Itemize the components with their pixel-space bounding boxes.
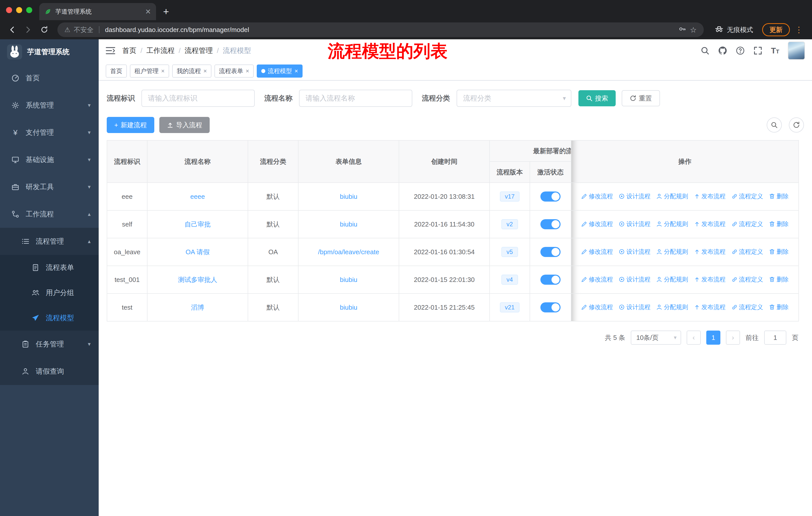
op-edit-process[interactable]: 修改流程: [581, 275, 613, 283]
sidebar-item-workflow[interactable]: 工作流程 ▴: [0, 200, 99, 228]
url-bar[interactable]: ⚠ 不安全 dashboard.yudao.iocoder.cn/bpm/man…: [57, 22, 704, 37]
op-assign-rule[interactable]: 分配规则: [656, 248, 688, 256]
breadcrumb-process-manage[interactable]: 流程管理: [185, 46, 213, 55]
op-process-definition[interactable]: 流程定义: [731, 220, 763, 228]
minimize-window-button[interactable]: [16, 7, 22, 13]
fullscreen-icon[interactable]: [753, 46, 762, 55]
sidebar-item-task-manage[interactable]: 任务管理 ▾: [0, 331, 99, 358]
security-label[interactable]: 不安全: [74, 25, 93, 34]
op-edit-process[interactable]: 修改流程: [581, 220, 613, 228]
op-publish-process[interactable]: 发布流程: [694, 275, 726, 283]
op-delete[interactable]: 删除: [769, 275, 789, 283]
sidebar-item-process-model[interactable]: 流程模型: [0, 305, 99, 331]
forward-button[interactable]: [21, 23, 35, 37]
op-publish-process[interactable]: 发布流程: [694, 192, 726, 200]
close-icon[interactable]: ×: [161, 67, 165, 75]
op-design-process[interactable]: 设计流程: [619, 275, 650, 283]
create-process-button[interactable]: + 新建流程: [107, 117, 154, 133]
cell-form-info-link[interactable]: biubiu: [298, 294, 399, 321]
tag-tenant-manage[interactable]: 租户管理 ×: [130, 64, 169, 78]
op-edit-process[interactable]: 修改流程: [581, 248, 613, 256]
cell-form-info-link[interactable]: /bpm/oa/leave/create: [298, 238, 399, 266]
process-name-input[interactable]: [299, 90, 412, 107]
page-size-select[interactable]: 10条/页 ▾: [631, 331, 681, 345]
tag-process-form[interactable]: 流程表单 ×: [214, 64, 254, 78]
sidebar-item-payment[interactable]: ¥ 支付管理 ▾: [0, 119, 99, 146]
sidebar-item-process-form[interactable]: 流程表单: [0, 255, 99, 280]
op-delete[interactable]: 删除: [769, 220, 789, 228]
active-toggle[interactable]: [541, 219, 560, 229]
cell-process-name-link[interactable]: eeee: [147, 183, 248, 210]
next-page-button[interactable]: ›: [726, 331, 740, 345]
op-process-definition[interactable]: 流程定义: [731, 192, 763, 200]
op-delete[interactable]: 删除: [769, 248, 789, 256]
github-icon[interactable]: [718, 46, 727, 55]
op-design-process[interactable]: 设计流程: [619, 303, 650, 311]
avatar[interactable]: [788, 42, 805, 60]
close-icon[interactable]: ×: [246, 67, 249, 75]
cell-process-name-link[interactable]: 自己审批: [147, 210, 248, 238]
active-toggle[interactable]: [541, 302, 560, 313]
op-process-definition[interactable]: 流程定义: [731, 275, 763, 283]
sidebar-item-dev-tools[interactable]: 研发工具 ▾: [0, 173, 99, 200]
op-design-process[interactable]: 设计流程: [619, 192, 650, 200]
search-icon[interactable]: [700, 46, 709, 55]
cell-form-info-link[interactable]: biubiu: [298, 266, 399, 294]
sidebar-item-infrastructure[interactable]: 基础设施 ▾: [0, 146, 99, 173]
goto-page-input[interactable]: [764, 331, 786, 345]
cell-process-name-link[interactable]: 滔博: [147, 294, 248, 321]
op-assign-rule[interactable]: 分配规则: [656, 192, 688, 200]
close-icon[interactable]: ×: [294, 67, 298, 75]
reload-button[interactable]: [37, 23, 51, 37]
sidebar-item-process-manage[interactable]: 流程管理 ▴: [0, 228, 99, 255]
new-tab-button[interactable]: +: [156, 3, 176, 20]
sidebar-item-leave-query[interactable]: 请假查询: [0, 358, 99, 385]
browser-menu-icon[interactable]: ⋮: [794, 25, 807, 34]
update-button[interactable]: 更新: [762, 23, 790, 36]
tag-my-process[interactable]: 我的流程 ×: [172, 64, 211, 78]
close-window-button[interactable]: [6, 7, 12, 13]
refresh-table-button[interactable]: [789, 117, 804, 133]
app-logo[interactable]: 芋道管理系统: [0, 39, 99, 64]
search-button[interactable]: 搜索: [578, 90, 616, 106]
op-publish-process[interactable]: 发布流程: [694, 220, 726, 228]
sidebar-item-home[interactable]: 首页: [0, 64, 99, 92]
question-icon[interactable]: [736, 46, 745, 55]
op-edit-process[interactable]: 修改流程: [581, 192, 613, 200]
import-process-button[interactable]: 导入流程: [159, 117, 210, 133]
toggle-search-button[interactable]: [767, 117, 782, 133]
op-design-process[interactable]: 设计流程: [619, 248, 650, 256]
op-assign-rule[interactable]: 分配规则: [656, 275, 688, 283]
active-toggle[interactable]: [541, 275, 560, 285]
op-assign-rule[interactable]: 分配规则: [656, 303, 688, 311]
process-id-input[interactable]: [141, 90, 255, 107]
prev-page-button[interactable]: ‹: [687, 331, 701, 345]
op-design-process[interactable]: 设计流程: [619, 220, 650, 228]
key-icon[interactable]: [678, 25, 687, 35]
active-toggle[interactable]: [541, 191, 560, 201]
close-icon[interactable]: ×: [203, 67, 207, 75]
breadcrumb-home[interactable]: 首页: [122, 46, 137, 55]
zoom-window-button[interactable]: [26, 7, 32, 13]
category-select[interactable]: 流程分类 ▾: [457, 90, 571, 107]
sidebar-item-user-group[interactable]: 用户分组: [0, 280, 99, 305]
breadcrumb-workflow[interactable]: 工作流程: [146, 46, 175, 55]
tag-home[interactable]: 首页: [106, 64, 127, 78]
cell-process-name-link[interactable]: 测试多审批人: [147, 266, 248, 294]
back-button[interactable]: [5, 23, 19, 37]
sidebar-item-system[interactable]: 系统管理 ▾: [0, 92, 99, 119]
op-publish-process[interactable]: 发布流程: [694, 303, 726, 311]
op-delete[interactable]: 删除: [769, 303, 789, 311]
reset-button[interactable]: 重置: [622, 90, 660, 106]
cell-form-info-link[interactable]: biubiu: [298, 210, 399, 238]
op-process-definition[interactable]: 流程定义: [731, 248, 763, 256]
bookmark-star-icon[interactable]: ☆: [690, 25, 697, 34]
browser-tab[interactable]: 芋道管理系统 ✕: [39, 3, 156, 20]
collapse-sidebar-icon[interactable]: [106, 47, 115, 54]
op-edit-process[interactable]: 修改流程: [581, 303, 613, 311]
op-assign-rule[interactable]: 分配规则: [656, 220, 688, 228]
text-size-icon[interactable]: TT: [771, 46, 779, 55]
cell-form-info-link[interactable]: biubiu: [298, 183, 399, 210]
page-1-button[interactable]: 1: [706, 331, 720, 345]
active-toggle[interactable]: [541, 247, 560, 257]
